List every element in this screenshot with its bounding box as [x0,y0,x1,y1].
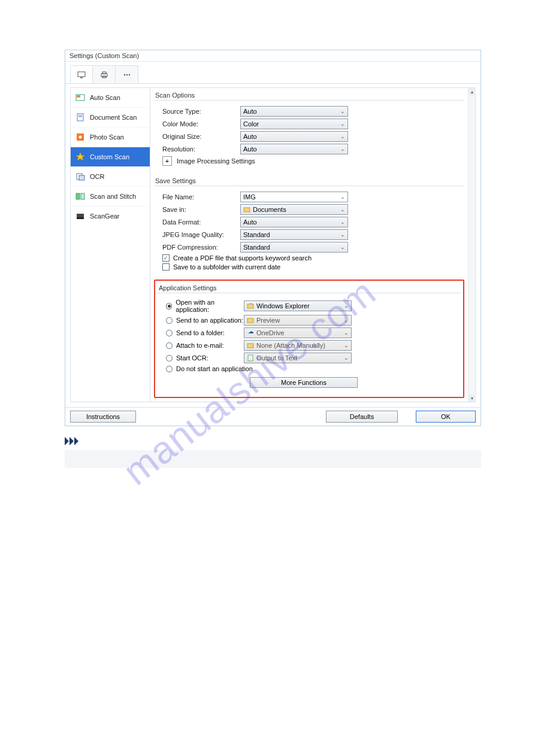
radio-icon [166,317,173,324]
sidebar-item-ocr[interactable]: OCR [71,167,150,187]
chevron-down-icon: ⌄ [340,244,345,250]
chevron-down-icon: ⌄ [344,342,349,348]
file-name-input[interactable]: IMG⌄ [240,192,348,202]
onedrive-icon [247,329,254,336]
tab-scan-from-computer[interactable] [70,65,93,83]
svg-rect-19 [244,208,250,212]
sidebar-item-auto-scan[interactable]: Auto Scan [71,88,150,108]
open-with-select[interactable]: Windows Explorer⌄ [244,300,352,311]
save-in-select[interactable]: Documents⌄ [240,204,348,215]
chevron-down-icon: ⌄ [340,133,345,139]
sidebar-item-label: Scan and Stitch [90,193,136,200]
more-functions-button[interactable]: More Functions [250,377,358,388]
checkbox-subfolder[interactable]: Save to a subfolder with current date [156,263,462,271]
sidebar-item-label: Document Scan [90,114,137,121]
text-file-icon [247,354,254,362]
start-ocr-select[interactable]: Output to Text⌄ [244,353,352,363]
svg-rect-17 [77,214,84,217]
instructions-button[interactable]: Instructions [70,411,136,423]
radio-send-folder[interactable]: Send to a folder: [160,329,244,336]
svg-rect-22 [247,318,253,323]
monitor-icon [77,70,86,80]
scroll-up[interactable]: ▴ [468,88,476,95]
sidebar-item-scangear[interactable]: ScanGear [71,207,150,226]
label-save-in: Save in: [156,206,240,213]
chevron-down-icon: ⌄ [344,317,349,323]
pdf-compression-select[interactable]: Standard⌄ [240,242,348,253]
radio-icon [166,303,172,309]
group-title: Save Settings [154,175,464,186]
document-scan-icon [75,113,85,122]
checkbox-pdf-keyword[interactable]: ✓ Create a PDF file that supports keywor… [156,254,462,262]
ok-button[interactable]: OK [416,411,476,423]
settings-panel: ▴ ▾ Scan Options Source Type: Auto⌄ Colo… [150,87,476,402]
radio-start-ocr[interactable]: Start OCR: [160,354,244,362]
svg-rect-1 [80,77,83,78]
color-mode-select[interactable]: Color⌄ [240,119,348,129]
application-settings-highlight: Application Settings Open with an applic… [154,280,464,398]
radio-no-start[interactable]: Do not start an application [160,365,253,372]
original-size-select[interactable]: Auto⌄ [240,131,348,142]
svg-rect-0 [78,72,85,77]
svg-point-2 [123,74,125,75]
sidebar-item-label: Auto Scan [90,94,120,101]
radio-label: Send to an application: [176,317,243,324]
defaults-button[interactable]: Defaults [326,411,398,423]
svg-rect-7 [77,114,83,121]
svg-rect-16 [81,193,84,199]
radio-open-with[interactable]: Open with an application: [160,299,244,313]
sidebar-item-label: Photo Scan [90,133,124,141]
send-folder-select[interactable]: OneDrive⌄ [244,327,352,338]
top-tabs [65,62,480,84]
checkbox-icon [162,263,170,271]
label-data-format: Data Format: [156,218,240,226]
sidebar-item-custom-scan[interactable]: Custom Scan [71,147,150,167]
sidebar-item-label: OCR [90,173,104,180]
dialog-footer: Instructions Defaults OK [65,407,480,426]
scan-stitch-icon [75,192,85,201]
chevron-down-icon: ⌄ [340,194,345,200]
folder-icon [243,206,250,213]
photo-scan-icon [75,132,85,142]
auto-scan-icon [75,93,85,102]
svg-rect-6 [77,95,80,98]
label-jpeg-quality: JPEG Image Quality: [156,231,240,238]
checkbox-label: Save to a subfolder with current date [173,263,280,271]
sidebar-item-document-scan[interactable]: Document Scan [71,108,150,127]
scrollbar[interactable]: ▴ ▾ [468,88,475,402]
ocr-icon [75,172,85,181]
chevron-down-icon: ⌄ [340,232,345,238]
jpeg-quality-select[interactable]: Standard⌄ [240,229,348,240]
sidebar-item-scan-stitch[interactable]: Scan and Stitch [71,187,150,207]
svg-rect-14 [79,175,84,180]
resolution-select[interactable]: Auto⌄ [240,144,348,154]
dots-icon [122,70,132,80]
data-format-select[interactable]: Auto⌄ [240,217,348,227]
chevron-down-icon: ⌄ [340,121,345,127]
source-type-select[interactable]: Auto⌄ [240,106,348,117]
svg-point-11 [79,136,82,139]
chevron-down-icon: ⌄ [340,207,345,212]
svg-point-3 [126,74,127,75]
tab-more[interactable] [116,65,138,83]
send-app-select[interactable]: Preview⌄ [244,315,352,326]
svg-rect-15 [76,193,80,199]
settings-dialog: Settings (Custom Scan) Auto Scan [65,50,481,426]
radio-send-app[interactable]: Send to an application: [160,317,244,324]
save-settings-group: Save Settings File Name: IMG⌄ Save in: D… [154,175,464,276]
svg-marker-26 [69,437,74,445]
label-resolution: Resolution: [156,145,240,153]
checkbox-icon: ✓ [162,254,170,262]
sidebar-item-label: ScanGear [90,212,120,220]
svg-rect-18 [77,217,84,219]
expand-image-processing[interactable]: + [162,156,172,166]
radio-label: Open with an application: [176,299,244,313]
attach-mail-select[interactable]: None (Attach Manually)⌄ [244,340,352,351]
scroll-down[interactable]: ▾ [468,394,476,402]
radio-label: Attach to e-mail: [176,342,223,349]
radio-attach-mail[interactable]: Attach to e-mail: [160,342,244,349]
printer-icon [99,70,109,80]
svg-rect-21 [250,303,252,305]
tab-scan-from-printer[interactable] [93,65,116,83]
sidebar-item-photo-scan[interactable]: Photo Scan [71,127,150,147]
